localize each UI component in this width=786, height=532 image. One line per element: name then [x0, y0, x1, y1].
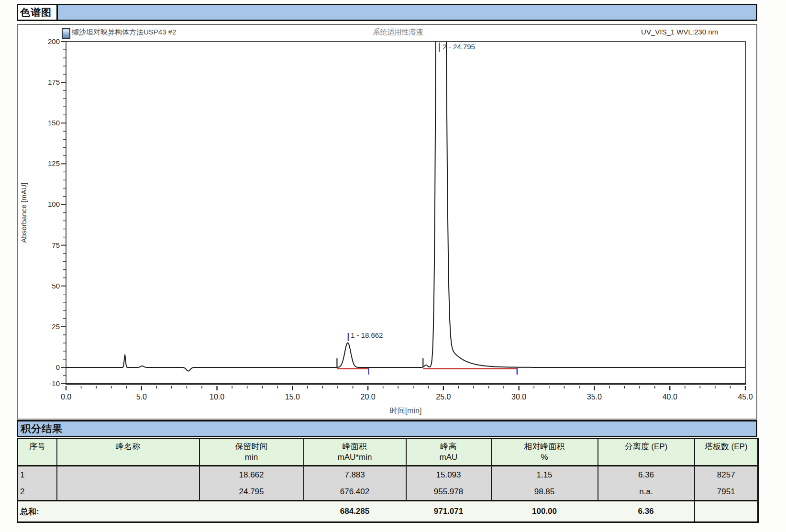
x-axis-title: 时间[min]: [390, 407, 422, 415]
chromatogram-panel: 缬沙坦对映异构体方法USP43 #2 系统适用性溶液 UV_VIS_1 WVL:…: [17, 24, 757, 420]
column-header: 塔板数 (EP): [695, 439, 758, 466]
cell-rel_area: 98.85: [491, 483, 598, 501]
column-header: 保留时间min: [199, 439, 304, 466]
y-tick-label: 75: [52, 241, 60, 249]
cell-name: [57, 483, 199, 501]
chromatogram-plot: -1002550751001251501752000.05.010.015.02…: [18, 25, 754, 417]
x-tick-label: 10.0: [210, 393, 224, 401]
chromatogram-trace: [66, 25, 745, 371]
x-tick-label: 20.0: [361, 393, 376, 401]
peak2-label: 2 - 24.795: [443, 43, 475, 51]
table-header-row: 序号 峰名称 保留时间min峰面积mAU*min峰高mAU相对峰面积%分离度 (…: [18, 439, 758, 466]
x-tick-label: 30.0: [511, 393, 526, 401]
total-label: 总和:: [18, 501, 304, 522]
chromatogram-section-bar: 色谱图: [17, 4, 757, 21]
plot-frame: [66, 42, 745, 384]
column-header: 峰面积mAU*min: [304, 439, 406, 466]
table-row: 224.795676.402955.97898.85n.a.7951: [18, 483, 758, 501]
y-tick-label: 175: [48, 78, 60, 86]
column-header: 相对峰面积%: [491, 439, 598, 466]
column-header: 峰高mAU: [406, 439, 491, 466]
cell-area: 676.402: [304, 483, 406, 501]
x-tick-label: 0.0: [61, 393, 71, 401]
x-tick-label: 40.0: [663, 393, 677, 401]
cell-plates: 8257: [695, 466, 758, 484]
total-plates: [695, 501, 758, 522]
y-tick-label: 50: [52, 282, 60, 290]
y-tick-label: 100: [48, 200, 60, 208]
x-tick-label: 15.0: [285, 393, 300, 401]
cell-plates: 7951: [695, 483, 758, 501]
chromatogram-section-title: 色谱图: [18, 5, 58, 20]
column-header: 分离度 (EP): [598, 439, 695, 466]
results-section-title: 积分结果: [18, 421, 67, 436]
total-rel-area: 100.00: [491, 501, 598, 522]
cell-area: 7.883: [304, 466, 406, 484]
cell-rt: 24.795: [199, 483, 304, 501]
total-row: 总和:684.285971.071100.006.36: [18, 501, 758, 522]
peak1-label: 1 - 18.662: [351, 331, 383, 339]
results-section-bar: 积分结果: [17, 420, 757, 437]
total-resolution: 6.36: [598, 501, 695, 522]
total-area: 684.285: [304, 501, 406, 522]
cell-resolution: n.a.: [598, 483, 695, 501]
total-height: 971.071: [406, 501, 491, 522]
column-header: 峰名称: [57, 439, 199, 466]
cell-no: 1: [18, 466, 57, 484]
column-header: 序号: [18, 439, 57, 466]
y-tick-label: 200: [48, 37, 60, 45]
integration-results-table: 序号 峰名称 保留时间min峰面积mAU*min峰高mAU相对峰面积%分离度 (…: [17, 438, 759, 523]
y-tick-label: 125: [48, 159, 60, 167]
y-tick-label: 150: [48, 119, 60, 127]
cell-height: 955.978: [406, 483, 491, 501]
x-tick-label: 45.0: [738, 393, 753, 401]
report-page: 色谱图 缬沙坦对映异构体方法USP43 #2 系统适用性溶液 UV_VIS_1 …: [0, 0, 786, 532]
y-tick-label: 0: [56, 363, 60, 371]
y-tick-label: -10: [49, 379, 60, 388]
cell-resolution: 6.36: [598, 466, 695, 484]
cell-no: 2: [18, 483, 57, 501]
cell-rt: 18.662: [199, 466, 304, 484]
cell-name: [57, 466, 199, 484]
y-axis-title: Absorbance [mAU]: [20, 183, 28, 243]
cell-rel_area: 1.15: [491, 466, 598, 484]
x-tick-label: 5.0: [136, 393, 147, 401]
x-tick-label: 35.0: [587, 393, 602, 401]
y-tick-label: 25: [52, 322, 60, 331]
x-tick-label: 25.0: [436, 393, 451, 401]
cell-height: 15.093: [406, 466, 491, 484]
table-row: 118.6627.88315.0931.156.368257: [18, 466, 758, 484]
